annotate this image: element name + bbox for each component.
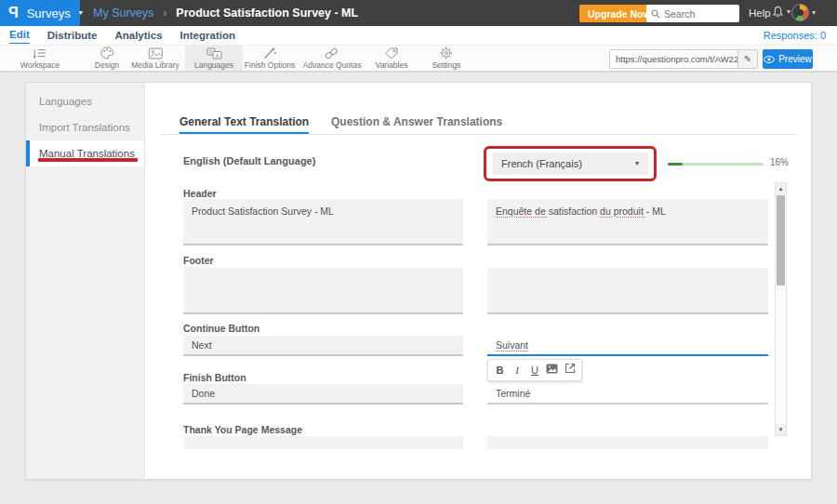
sidebar-item-import-translations[interactable]: Import Translations	[26, 114, 144, 140]
toolbar-label: Design	[95, 60, 119, 70]
toolbar-label: Variables	[376, 60, 408, 70]
footer-source-textarea	[183, 268, 463, 314]
edit-url-pencil-icon[interactable]: ✎	[737, 50, 757, 68]
italic-button[interactable]: I	[510, 361, 525, 379]
eye-icon	[764, 56, 775, 63]
responses-count[interactable]: Responses: 0	[764, 26, 826, 45]
translation-progress-bar	[668, 163, 764, 166]
gear-icon	[440, 46, 453, 60]
menu-distribute[interactable]: Distribute	[47, 28, 98, 44]
manual-translations-panel: Languages Import Translations Manual Tra…	[25, 82, 812, 480]
field-label-thank-you-page-message: Thank You Page Message	[183, 424, 302, 435]
target-text: - ML	[646, 206, 666, 217]
sidebar-item-languages[interactable]: Languages	[26, 88, 144, 114]
field-label-header: Header	[183, 188, 217, 199]
global-search[interactable]	[646, 5, 739, 22]
svg-text:A: A	[215, 52, 219, 58]
misspelled-text: Enquête de	[496, 206, 549, 217]
chevron-down-icon: ▾	[79, 9, 83, 17]
field-label-finish-button: Finish Button	[183, 372, 246, 383]
breadcrumb-my-surveys[interactable]: My Surveys	[93, 7, 153, 20]
chevron-down-icon: ▾	[635, 160, 639, 167]
primary-menu: Edit Distribute Analytics Integration	[0, 26, 837, 45]
target-text: satisfaction	[549, 206, 600, 217]
help-link[interactable]: Help	[749, 0, 771, 26]
tab-question-answer-translations[interactable]: Question & Answer Translations	[331, 113, 502, 134]
toolbar-item-settings[interactable]: Settings	[423, 46, 471, 71]
footer-target-textarea[interactable]	[487, 268, 768, 314]
continue-target-input[interactable]: Suivant	[487, 336, 768, 356]
notifications-button[interactable]: ▾	[771, 5, 790, 20]
toolbar-label: Settings	[432, 60, 461, 70]
toolbar-item-media-library[interactable]: Media Library	[122, 46, 189, 71]
magic-wand-icon	[263, 46, 277, 60]
questionpro-logo-icon[interactable]: P	[8, 5, 19, 21]
menu-analytics[interactable]: Analytics	[114, 28, 162, 44]
search-icon	[651, 9, 660, 19]
scroll-down-arrow-icon[interactable]: ▼	[776, 424, 786, 435]
translation-progress-fill	[668, 163, 683, 166]
target-language-select[interactable]: French (Français) ▾	[492, 153, 648, 175]
toolbar-item-workspace[interactable]: Workspace	[11, 46, 69, 71]
languages-translate-icon: xA	[206, 46, 221, 60]
survey-title: Product Satisfaction Survey - ML	[176, 7, 358, 20]
misspelled-text: du produit	[600, 206, 646, 217]
svg-text:x: x	[209, 48, 212, 54]
toolbar-label: Media Library	[131, 60, 179, 70]
misspelled-text: Suivant	[496, 339, 528, 351]
tag-icon	[385, 46, 399, 60]
preview-label: Preview	[778, 54, 812, 64]
selected-language: French (Français)	[501, 158, 582, 169]
annotation-red-underline	[38, 158, 138, 162]
preview-button[interactable]: Preview	[763, 49, 813, 69]
toolbar-label: Languages	[194, 60, 233, 70]
field-label-footer: Footer	[183, 255, 214, 266]
insert-image-button[interactable]	[545, 361, 560, 379]
chevron-down-icon: ▾	[812, 9, 816, 17]
design-palette-icon	[100, 46, 114, 60]
rich-text-toolbar: B I U	[487, 359, 582, 381]
underline-button[interactable]: U	[527, 361, 542, 379]
account-menu[interactable]: ▾	[791, 4, 816, 21]
survey-url-box: https://questionpro.com/t/AW22Zd1S1 ✎	[609, 49, 758, 69]
continue-source-input: Next	[183, 336, 463, 356]
scroll-up-arrow-icon[interactable]: ▲	[776, 183, 786, 194]
top-bar: P Surveys ▾ My Surveys › Product Satisfa…	[0, 0, 837, 26]
product-switcher[interactable]: P Surveys ▾	[0, 0, 80, 26]
source-language-label: English (Default Language)	[183, 155, 315, 166]
translation-progress-label: 16%	[770, 157, 789, 167]
chain-links-icon	[325, 46, 339, 60]
breadcrumb: My Surveys › Product Satisfaction Survey…	[93, 0, 358, 26]
search-input[interactable]	[664, 8, 733, 20]
header-source-textarea: Product Satisfaction Survey - ML	[183, 199, 463, 245]
avatar[interactable]	[791, 4, 809, 21]
media-image-icon	[148, 46, 163, 60]
bold-button[interactable]: B	[492, 361, 507, 379]
sidebar-item-manual-translations[interactable]: Manual Translations	[26, 140, 144, 166]
open-link-button[interactable]	[563, 361, 578, 379]
finish-target-input[interactable]: Terminé	[487, 384, 768, 405]
toolbar-label: Advance Quotas	[303, 60, 362, 70]
product-menu-label[interactable]: Surveys	[27, 7, 71, 20]
toolbar-item-languages[interactable]: xA Languages	[185, 46, 243, 71]
survey-url[interactable]: https://questionpro.com/t/AW22Zd1S1	[610, 50, 737, 68]
bell-icon	[771, 5, 785, 20]
workspace-icon	[33, 46, 47, 60]
form-scrollbar[interactable]: ▲ ▼	[775, 182, 787, 436]
header-target-textarea[interactable]: Enquête de satisfaction du produit - ML	[487, 199, 768, 245]
menu-edit[interactable]: Edit	[9, 27, 30, 44]
toolbar-item-variables[interactable]: Variables	[366, 46, 418, 71]
translation-content: General Text Translation Question & Answ…	[145, 83, 812, 479]
finish-source-input: Done	[183, 384, 463, 405]
breadcrumb-separator: ›	[163, 7, 166, 20]
scrollbar-thumb[interactable]	[777, 195, 785, 285]
thankyou-target-textarea[interactable]	[487, 436, 768, 449]
toolbar-item-advance-quotas[interactable]: Advance Quotas	[294, 46, 371, 71]
survey-toolbar: Workspace Design Media Library xA Langua…	[0, 45, 837, 73]
menu-integration[interactable]: Integration	[180, 28, 235, 44]
tabs-divider	[161, 134, 797, 135]
translation-tabs: General Text Translation Question & Answ…	[145, 113, 812, 135]
thankyou-source-textarea	[183, 436, 463, 449]
tab-general-text-translation[interactable]: General Text Translation	[179, 113, 309, 134]
toolbar-label: Finish Options	[245, 60, 295, 70]
